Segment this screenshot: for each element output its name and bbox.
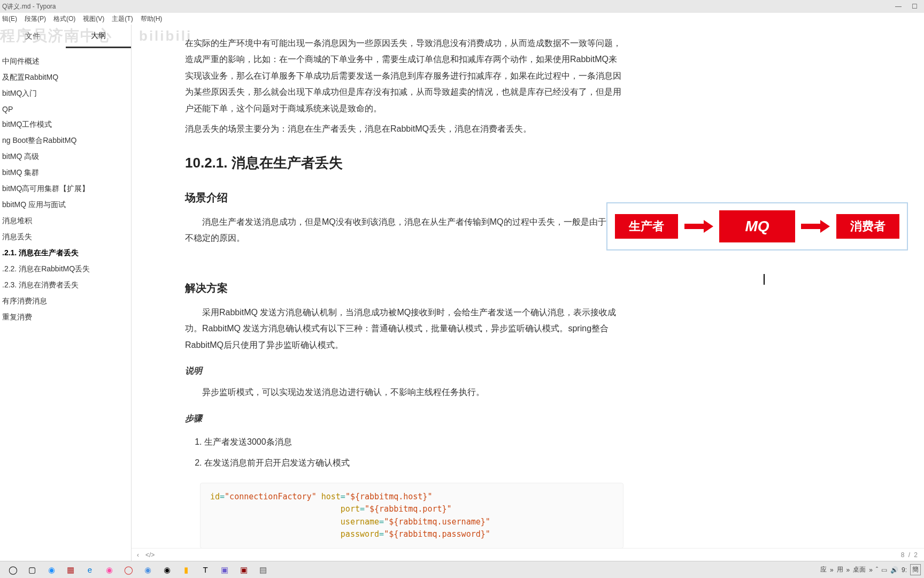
outline-item[interactable]: 及配置RabbitMQ [0, 70, 131, 86]
outline-item[interactable]: .2.1. 消息在生产者丢失 [0, 245, 131, 261]
menu-view[interactable]: 视图(V) [83, 14, 104, 24]
app-red-icon[interactable]: ◯ [120, 563, 136, 577]
outline-item[interactable]: .2.2. 消息在RabbitMQ丢失 [0, 261, 131, 277]
menu-edit[interactable]: 辑(E) [2, 14, 17, 24]
browser-icon[interactable]: ◉ [43, 563, 59, 577]
steps-list: 生产者发送3000条消息 在发送消息前开启开启发送方确认模式 [204, 432, 623, 473]
app-pink-icon[interactable]: ◉ [101, 563, 117, 577]
sidebar-tabs: 文件 大纲 [0, 25, 131, 48]
tray-up-icon[interactable]: ˆ [876, 566, 878, 574]
arrow-icon [801, 222, 830, 231]
diagram-consumer: 消费者 [836, 214, 899, 239]
solution-desc: 采用RabbitMQ 发送方消息确认机制，当消息成功被MQ接收到时，会给生产者发… [185, 305, 623, 353]
step-1: 生产者发送3000条消息 [204, 432, 623, 452]
edge-icon[interactable]: e [82, 563, 98, 577]
outline-item[interactable]: bbitMQ 应用与面试 [0, 197, 131, 213]
step-2: 在发送消息前开启开启发送方确认模式 [204, 453, 623, 473]
outline-item[interactable]: 有序消费消息 [0, 293, 131, 309]
app-icon[interactable]: ▤ [255, 563, 271, 577]
page-counter: 8 / 2 [901, 551, 919, 559]
menu-format[interactable]: 格式(O) [53, 14, 75, 24]
minimize-button[interactable]: — [895, 3, 902, 10]
tab-files[interactable]: 文件 [0, 25, 66, 48]
heading-10-2-1: 10.2.1. 消息在生产者丢失 [185, 150, 623, 176]
note-desc: 异步监听模式，可以实现边发送消息边进行确认，不影响主线程任务执行。 [185, 384, 623, 400]
menubar: 辑(E) 段落(P) 格式(O) 视图(V) 主题(T) 帮助(H) [0, 13, 924, 25]
app-icon[interactable]: ▣ [217, 563, 233, 577]
tray-network-icon[interactable]: ▭ [881, 566, 887, 574]
outline-item[interactable]: ng Boot整合RabbitMQ [0, 133, 131, 149]
intro-paragraph: 在实际的生产环境中有可能出现一条消息因为一些原因丢失，导致消息没有消费成功，从而… [185, 35, 623, 117]
tray-time[interactable]: 9: [902, 566, 907, 574]
outline-item[interactable]: .2.3. 消息在消费者丢失 [0, 277, 131, 293]
taskview-icon[interactable]: ▢ [24, 563, 40, 577]
tray-chevron-icon[interactable]: » [830, 566, 834, 574]
scenarios-paragraph: 消息丢失的场景主要分为：消息在生产者丢失，消息在RabbitMQ丢失，消息在消费… [185, 121, 623, 137]
outline-item[interactable]: bitMQ入门 [0, 86, 131, 102]
diagram-producer: 生产者 [615, 214, 678, 239]
outline-item[interactable]: bitMQ 高级 [0, 149, 131, 165]
outline-item[interactable]: bitMQ高可用集群【扩展】 [0, 181, 131, 197]
heading-scenario-intro: 场景介绍 [185, 187, 623, 208]
tray-chevron-icon[interactable]: » [846, 566, 850, 574]
tab-outline[interactable]: 大纲 [66, 25, 132, 48]
app-icon[interactable]: ▣ [236, 563, 252, 577]
heading-note: 说明 [185, 363, 623, 379]
app-blue-icon[interactable]: ◉ [140, 563, 156, 577]
heading-steps: 步骤 [185, 410, 623, 427]
editor-statusbar: ‹ </> 8 / 2 [132, 548, 924, 561]
text-cursor [764, 274, 765, 285]
outline-item[interactable]: 重复消费 [0, 309, 131, 325]
outline-item[interactable]: bitMQ工作模式 [0, 117, 131, 133]
tray-desktop[interactable]: 桌面 [853, 565, 866, 574]
titlebar: Q讲义.md - Typora — ☐ [0, 0, 924, 13]
sidebar: 文件 大纲 中间件概述及配置RabbitMQbitMQ入门QPbitMQ工作模式… [0, 25, 132, 561]
app-icon[interactable]: ▦ [63, 563, 79, 577]
tray-text[interactable]: 用 [837, 565, 843, 574]
outline-item[interactable]: 中间件概述 [0, 54, 131, 70]
explorer-icon[interactable]: ▮ [178, 563, 194, 577]
tray-ime[interactable]: 簡 [910, 564, 921, 575]
chrome-icon[interactable]: ◉ [159, 563, 175, 577]
window-title: Q讲义.md - Typora [2, 2, 895, 11]
outline-item[interactable]: 消息堆积 [0, 213, 131, 229]
taskbar: ◯ ▢ ◉ ▦ e ◉ ◯ ◉ ◉ ▮ T ▣ ▣ ▤ 应 » 用 » 桌面 »… [0, 561, 924, 578]
scenario-desc: 消息生产者发送消息成功，但是MQ没有收到该消息，消息在从生产者传输到MQ的过程中… [185, 214, 623, 247]
menu-help[interactable]: 帮助(H) [141, 14, 163, 24]
diagram-mq: MQ [719, 210, 795, 242]
start-button[interactable]: ◯ [5, 563, 21, 577]
back-icon[interactable]: ‹ [137, 551, 139, 559]
tray-volume-icon[interactable]: 🔊 [890, 566, 898, 574]
code-block: id="connectionFactory" host="${rabbitmq.… [200, 483, 623, 549]
outline-item[interactable]: bitMQ 集群 [0, 165, 131, 181]
maximize-button[interactable]: ☐ [911, 3, 918, 10]
tray-text[interactable]: 应 [820, 565, 827, 574]
flow-diagram: 生产者 MQ 消费者 [606, 202, 908, 250]
outline-item[interactable]: QP [0, 102, 131, 117]
outline-list[interactable]: 中间件概述及配置RabbitMQbitMQ入门QPbitMQ工作模式ng Boo… [0, 48, 131, 561]
content-area[interactable]: 在实际的生产环境中有可能出现一条消息因为一些原因丢失，导致消息没有消费成功，从而… [132, 25, 924, 561]
menu-paragraph[interactable]: 段落(P) [25, 14, 46, 24]
outline-item[interactable]: 消息丢失 [0, 229, 131, 245]
menu-theme[interactable]: 主题(T) [112, 14, 133, 24]
code-icon[interactable]: </> [145, 551, 155, 559]
tray-chevron-icon[interactable]: » [869, 566, 873, 574]
typora-icon[interactable]: T [197, 563, 213, 577]
arrow-icon [684, 222, 713, 231]
heading-solution: 解决方案 [185, 278, 623, 298]
